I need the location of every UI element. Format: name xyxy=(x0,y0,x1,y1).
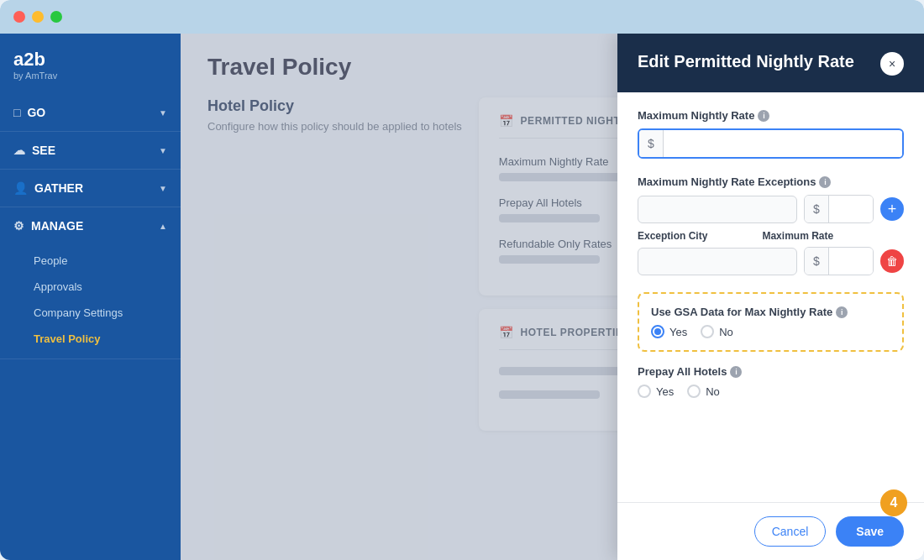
exception-city-value-input[interactable] xyxy=(638,248,797,275)
sidebar-item-approvals[interactable]: Approvals xyxy=(0,274,181,300)
go-icon: □ xyxy=(13,106,20,119)
prepay-no-label: No xyxy=(706,385,720,398)
manage-icon: ⚙ xyxy=(13,219,24,233)
go-chevron: ▼ xyxy=(159,108,167,118)
exception-rate-label: Maximum Rate xyxy=(762,230,904,242)
exception-data-row: $ 🗑 xyxy=(638,247,904,275)
modal-title: Edit Permitted Nightly Rate xyxy=(638,50,880,72)
manage-chevron: ▲ xyxy=(159,222,167,231)
prepay-no-option[interactable]: No xyxy=(687,385,720,398)
nav-group-gather-header[interactable]: 👤GATHER ▼ xyxy=(0,170,181,207)
exception-city-add-input[interactable] xyxy=(638,196,797,223)
modal-header: Edit Permitted Nightly Rate × xyxy=(617,34,924,92)
see-chevron: ▼ xyxy=(159,146,167,155)
exception-labels: Exception City Maximum Rate xyxy=(638,230,904,242)
cancel-button[interactable]: Cancel xyxy=(754,516,827,547)
max-nightly-rate-field: Maximum Nightly Rate i $ xyxy=(638,109,904,159)
nav-group-manage-header[interactable]: ⚙MANAGE ▲ xyxy=(0,207,181,244)
prepay-yes-label: Yes xyxy=(656,385,674,398)
prepay-radio-group: Yes No xyxy=(638,385,904,398)
modal-panel: Edit Permitted Nightly Rate × Maximum Ni… xyxy=(617,34,924,560)
nav-group-see: ☁SEE ▼ xyxy=(0,132,181,170)
nav-group-go-header[interactable]: □GO ▼ xyxy=(0,94,181,131)
gsa-radio-group: Yes No xyxy=(651,325,890,338)
sidebar-item-travel-policy[interactable]: Travel Policy xyxy=(0,326,181,352)
exception-rate-currency-prefix: $ xyxy=(805,248,829,275)
modal-footer: 4 Cancel Save xyxy=(617,502,924,560)
logo-sub: by AmTrav xyxy=(13,71,167,81)
prepay-yes-option[interactable]: Yes xyxy=(638,385,674,398)
delete-exception-button[interactable]: 🗑 xyxy=(880,249,904,273)
prepay-hotels-field-label: Prepay All Hotels i xyxy=(638,365,904,378)
prepay-hotels-field: Prepay All Hotels i Yes No xyxy=(638,365,904,398)
logo-text: a2b xyxy=(13,49,167,71)
see-icon: ☁ xyxy=(13,144,25,157)
gsa-field-label: Use GSA Data for Max Nightly Rate i xyxy=(651,306,890,318)
max-nightly-rate-input[interactable] xyxy=(664,131,902,157)
gsa-no-label: No xyxy=(719,326,733,338)
nav-group-see-header[interactable]: ☁SEE ▼ xyxy=(0,132,181,169)
exception-rate-value-input[interactable] xyxy=(829,249,874,275)
exception-rate-value-wrapper: $ xyxy=(804,247,874,275)
gsa-yes-radio[interactable] xyxy=(651,325,664,338)
gsa-yes-label: Yes xyxy=(669,326,687,338)
exception-rate-add-wrapper: $ xyxy=(804,195,874,223)
max-nightly-exceptions-label: Maximum Nightly Rate Exceptions i xyxy=(638,175,904,188)
window-chrome xyxy=(0,0,924,34)
max-nightly-exceptions-field: Maximum Nightly Rate Exceptions i $ + Ex xyxy=(638,175,904,275)
prepay-yes-radio[interactable] xyxy=(638,385,651,398)
max-nightly-rate-field-label: Maximum Nightly Rate i xyxy=(638,109,904,122)
main-content: Travel Policy Hotel Policy Configure how… xyxy=(181,34,924,560)
sidebar-logo: a2b by AmTrav xyxy=(0,34,181,94)
max-nightly-rate-input-wrapper: $ xyxy=(638,128,904,159)
exceptions-add-row: $ + xyxy=(638,195,904,223)
save-button[interactable]: Save xyxy=(836,516,904,547)
exception-currency-prefix: $ xyxy=(805,196,829,222)
app-body: a2b by AmTrav □GO ▼ ☁SEE ▼ 👤GATHER ▼ xyxy=(0,34,924,560)
traffic-lights xyxy=(13,11,62,23)
add-exception-button[interactable]: + xyxy=(880,197,904,221)
prepay-info-icon: i xyxy=(730,366,742,378)
nav-group-gather: 👤GATHER ▼ xyxy=(0,170,181,207)
gsa-info-icon: i xyxy=(836,306,848,318)
nav-group-manage: ⚙MANAGE ▲ People Approvals Company Setti… xyxy=(0,207,181,359)
exception-city-label: Exception City xyxy=(638,230,755,242)
max-nightly-info-icon: i xyxy=(758,110,769,122)
close-window-button[interactable] xyxy=(13,11,25,23)
step-4-badge: 4 xyxy=(880,489,907,516)
prepay-no-radio[interactable] xyxy=(687,385,701,398)
manage-sub-items: People Approvals Company Settings Travel… xyxy=(0,244,181,359)
currency-prefix: $ xyxy=(639,130,664,157)
sidebar-nav: □GO ▼ ☁SEE ▼ 👤GATHER ▼ ⚙MANAGE ▲ xyxy=(0,94,181,560)
gsa-no-radio[interactable] xyxy=(701,325,714,338)
gather-chevron: ▼ xyxy=(159,184,167,193)
sidebar-item-people[interactable]: People xyxy=(0,248,181,274)
modal-close-button[interactable]: × xyxy=(880,52,904,76)
modal-body: Maximum Nightly Rate i $ Maximum Nightly… xyxy=(617,92,924,502)
maximize-window-button[interactable] xyxy=(50,11,62,23)
nav-group-go: □GO ▼ xyxy=(0,94,181,132)
exception-rate-add-input[interactable] xyxy=(829,196,874,222)
gsa-no-option[interactable]: No xyxy=(701,325,733,338)
exceptions-info-icon: i xyxy=(819,176,831,188)
minimize-window-button[interactable] xyxy=(32,11,44,23)
sidebar-item-company-settings[interactable]: Company Settings xyxy=(0,300,181,326)
gsa-yes-option[interactable]: Yes xyxy=(651,325,687,338)
gsa-dashed-box: Use GSA Data for Max Nightly Rate i Yes … xyxy=(638,292,904,352)
gather-icon: 👤 xyxy=(13,181,28,195)
sidebar: a2b by AmTrav □GO ▼ ☁SEE ▼ 👤GATHER ▼ xyxy=(0,34,181,560)
